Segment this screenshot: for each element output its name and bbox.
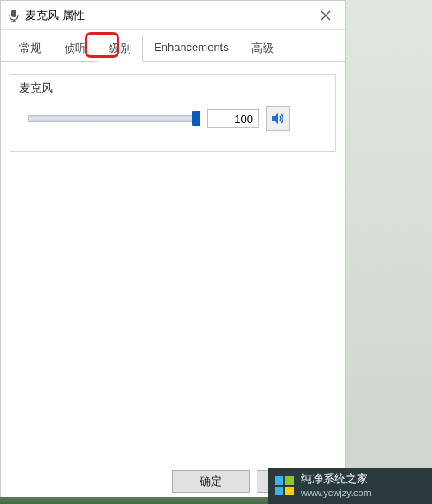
svg-rect-7 <box>275 487 283 495</box>
microphone-label: 麦克风 <box>19 80 327 96</box>
svg-rect-6 <box>285 476 294 485</box>
titlebar: 麦克风 属性 <box>1 1 345 30</box>
tab-enhancements[interactable]: Enhancements <box>143 35 240 62</box>
levels-group: 麦克风 <box>10 74 336 152</box>
svg-rect-8 <box>285 487 294 495</box>
watermark-url: www.ycwjzy.com <box>301 487 372 499</box>
tab-listen[interactable]: 侦听 <box>53 35 98 62</box>
watermark: 纯净系统之家 www.ycwjzy.com <box>268 468 432 504</box>
microphone-icon <box>8 9 20 22</box>
background-right <box>346 0 432 504</box>
svg-rect-0 <box>11 10 16 17</box>
tab-advanced[interactable]: 高级 <box>240 35 285 62</box>
watermark-text: 纯净系统之家 www.ycwjzy.com <box>301 472 372 499</box>
speaker-icon <box>270 111 286 126</box>
properties-dialog: 麦克风 属性 常规 侦听 级别 Enhancements 高级 麦克风 <box>0 0 346 504</box>
tab-levels[interactable]: 级别 <box>98 35 143 62</box>
tab-general[interactable]: 常规 <box>8 35 53 62</box>
ok-button[interactable]: 确定 <box>172 470 250 493</box>
mute-toggle-button[interactable] <box>266 106 290 131</box>
svg-rect-5 <box>275 476 283 485</box>
tab-strip: 常规 侦听 级别 Enhancements 高级 <box>1 30 345 62</box>
slider-row <box>19 106 327 131</box>
watermark-logo-icon <box>273 475 295 497</box>
close-button[interactable] <box>307 2 345 29</box>
volume-value-input[interactable] <box>207 109 259 128</box>
window-title: 麦克风 属性 <box>25 8 85 23</box>
slider-thumb[interactable] <box>192 111 200 126</box>
watermark-title: 纯净系统之家 <box>301 472 372 487</box>
volume-slider[interactable] <box>28 111 200 126</box>
